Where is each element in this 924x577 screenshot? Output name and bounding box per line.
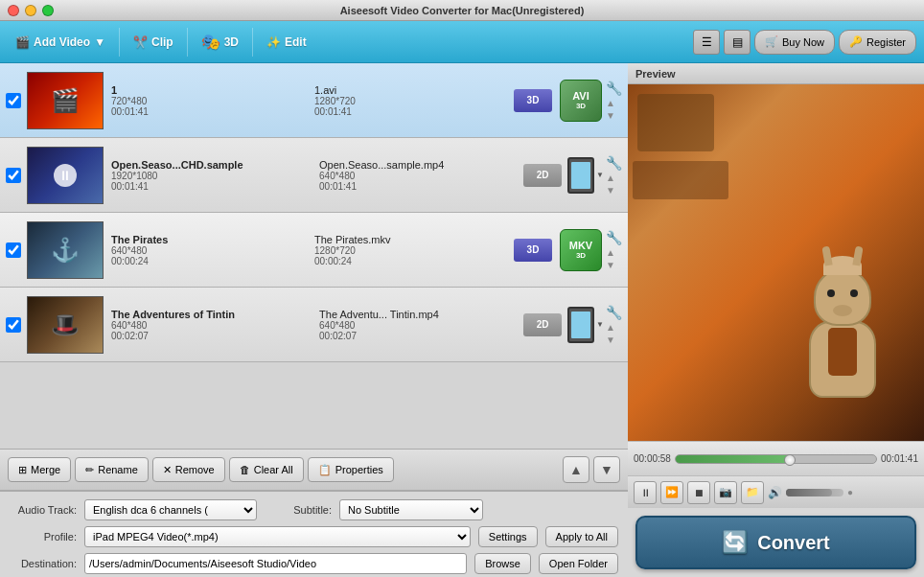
merge-button[interactable]: ⊞ Merge	[8, 457, 71, 482]
progress-thumb[interactable]	[784, 454, 796, 466]
format-button[interactable]: MKV 3D	[560, 229, 602, 271]
format-dropdown-arrow[interactable]: ▼	[596, 171, 604, 179]
row-checkbox[interactable]	[6, 317, 21, 333]
output-resolution: 1280*720	[314, 96, 508, 106]
rename-icon: ✏	[85, 464, 94, 476]
volume-slider[interactable]	[786, 489, 843, 496]
rename-button[interactable]: ✏ Rename	[75, 457, 149, 482]
move-down-button[interactable]: ▼	[593, 456, 620, 483]
convert-icon: 🔄	[722, 530, 748, 555]
file-thumbnail: 🎬	[27, 72, 104, 129]
audio-track-label: Audio Track:	[10, 504, 77, 516]
browse-button[interactable]: Browse	[474, 553, 531, 574]
list-view-button[interactable]: ☰	[693, 30, 720, 55]
bottom-toolbar: ⊞ Merge ✏ Rename ✕ Remove 🗑 Clear All 📋 …	[0, 449, 628, 491]
merge-icon: ⊞	[18, 464, 27, 476]
ipad-screen	[571, 162, 590, 189]
pause-button[interactable]: ⏸	[634, 481, 657, 504]
settings-area: Audio Track: English dca 6 channels ( Su…	[0, 491, 628, 577]
format-button-ipad[interactable]: ▼	[567, 157, 604, 194]
row-checkbox[interactable]	[6, 168, 21, 183]
buy-now-button[interactable]: 🛒 Buy Now	[754, 30, 835, 55]
file-output-info: 1.avi 1280*720 00:01:41	[314, 84, 508, 117]
settings-button[interactable]: Settings	[478, 526, 538, 547]
remove-button[interactable]: ✕ Remove	[152, 457, 225, 482]
mode-badge: 2D	[523, 164, 562, 187]
volume-icon: 🔊	[768, 486, 782, 499]
row-actions: 🔧 ▲ ▼	[606, 81, 622, 121]
file-resolution: 640*480	[111, 245, 305, 256]
profile-select[interactable]: iPad MPEG4 Video(*.mp4)	[84, 526, 471, 547]
output-duration: 00:01:41	[319, 181, 518, 192]
3d-button[interactable]: 🎭 3D	[194, 29, 246, 55]
close-button[interactable]	[8, 5, 19, 16]
progress-bar[interactable]	[675, 454, 877, 464]
arrow-up-icon[interactable]: ▲	[606, 98, 622, 108]
ipad-screen	[571, 312, 590, 338]
edit-icon: ✨	[266, 35, 281, 49]
clear-all-button[interactable]: 🗑 Clear All	[229, 457, 304, 482]
row-checkbox[interactable]	[6, 93, 21, 108]
apply-to-all-button[interactable]: Apply to All	[545, 526, 618, 547]
audio-track-select[interactable]: English dca 6 channels (	[84, 499, 257, 520]
add-video-button[interactable]: 🎬 Add Video ▼	[8, 32, 113, 53]
total-time: 00:01:41	[881, 453, 918, 464]
edit-button[interactable]: ✨ Edit	[259, 32, 314, 53]
add-video-icon: 🎬	[15, 35, 30, 49]
arrow-up-icon[interactable]: ▲	[606, 247, 622, 258]
destination-input[interactable]	[84, 553, 467, 574]
dropdown-arrow-icon: ▼	[94, 35, 105, 49]
separator-2	[187, 28, 188, 57]
format-button[interactable]: AVI 3D	[560, 80, 602, 122]
maximize-button[interactable]	[42, 5, 54, 16]
table-row[interactable]: ⏸ Open.Seaso...CHD.sample 1920*1080 00:0…	[0, 138, 628, 213]
left-panel: 🎬 1 720*480 00:01:41 1.avi 1280*720 00:0…	[0, 63, 628, 577]
stop-button[interactable]: ⏹	[687, 481, 710, 504]
folder-button[interactable]: 📁	[741, 481, 764, 504]
move-up-button[interactable]: ▲	[563, 456, 589, 483]
fast-forward-button[interactable]: ⏩	[660, 481, 683, 504]
table-row[interactable]: 🎬 1 720*480 00:01:41 1.avi 1280*720 00:0…	[0, 63, 628, 138]
row-actions: 🔧 ▲ ▼	[606, 155, 622, 196]
output-filename: 1.avi	[314, 84, 508, 96]
grid-view-button[interactable]: ▤	[724, 30, 751, 55]
subtitle-label: Subtitle:	[265, 504, 332, 516]
subtitle-select[interactable]: No Subtitle	[339, 499, 483, 520]
preview-label: Preview	[628, 63, 924, 84]
open-folder-button[interactable]: Open Folder	[539, 553, 618, 574]
settings-icon[interactable]: 🔧	[606, 155, 622, 171]
title-bar: Aiseesoft Video Converter for Mac(Unregi…	[0, 0, 924, 21]
format-dropdown-arrow[interactable]: ▼	[596, 320, 604, 329]
clip-button[interactable]: ✂️ Clip	[126, 32, 181, 53]
convert-area: 🔄 Convert	[628, 508, 924, 577]
convert-button[interactable]: 🔄 Convert	[635, 516, 916, 569]
remove-icon: ✕	[163, 464, 172, 476]
file-output-info: The Adventu... Tintin.mp4 640*480 00:02:…	[319, 309, 518, 341]
snapshot-button[interactable]: 📷	[714, 481, 737, 504]
arrow-up-icon[interactable]: ▲	[606, 173, 622, 183]
ipad-icon	[567, 157, 594, 194]
arrow-down-icon[interactable]: ▼	[606, 260, 622, 270]
properties-button[interactable]: 📋 Properties	[308, 457, 394, 482]
file-thumbnail: 🎩	[27, 296, 104, 354]
row-checkbox[interactable]	[6, 242, 21, 258]
settings-icon[interactable]: 🔧	[606, 230, 622, 245]
mode-badge: 3D	[514, 89, 552, 112]
table-row[interactable]: 🎩 The Adventures of Tintin 640*480 00:02…	[0, 288, 628, 362]
minimize-button[interactable]	[25, 5, 36, 16]
arrow-down-icon[interactable]: ▼	[606, 110, 622, 121]
register-button[interactable]: 🔑 Register	[839, 30, 916, 55]
properties-icon: 📋	[318, 464, 332, 476]
right-panel: Preview	[628, 63, 924, 577]
settings-icon[interactable]: 🔧	[606, 305, 622, 320]
cart-icon: 🛒	[765, 35, 778, 48]
arrow-up-icon[interactable]: ▲	[606, 322, 622, 333]
main-area: 🎬 1 720*480 00:01:41 1.avi 1280*720 00:0…	[0, 63, 924, 577]
arrow-down-icon[interactable]: ▼	[606, 185, 622, 196]
arrow-down-icon[interactable]: ▼	[606, 335, 622, 345]
progress-fill	[676, 455, 790, 463]
row-actions: 🔧 ▲ ▼	[606, 230, 622, 270]
format-button-ipad[interactable]: ▼	[567, 307, 604, 343]
table-row[interactable]: ⚓ The Pirates 640*480 00:00:24 The Pirat…	[0, 213, 628, 288]
settings-icon[interactable]: 🔧	[606, 81, 622, 96]
